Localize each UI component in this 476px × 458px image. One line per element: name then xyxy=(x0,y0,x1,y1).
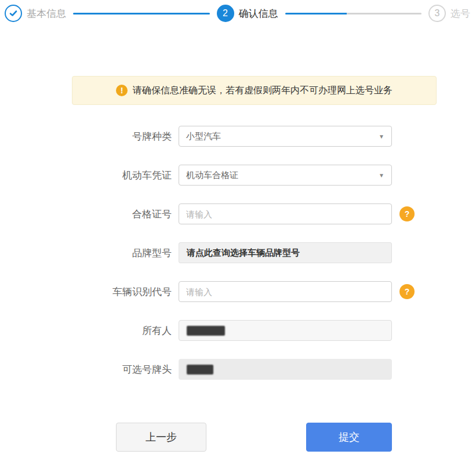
stepper-connector-2 xyxy=(285,13,422,14)
owner-readonly-field xyxy=(179,320,392,341)
form-row-brand-model: 品牌型号 请点此查询选择车辆品牌型号 xyxy=(0,242,476,263)
plate-prefix-readonly-field xyxy=(179,359,392,380)
plate-type-value: 小型汽车 xyxy=(186,131,221,142)
brand-model-label: 品牌型号 xyxy=(0,246,172,260)
form-row-owner: 所有人 xyxy=(0,320,476,341)
stepper-connector-1 xyxy=(73,13,210,14)
form-row-vin: 车辆识别代号 ? xyxy=(0,281,476,302)
step-confirm-info: 2 确认信息 xyxy=(217,5,278,22)
plate-type-label: 号牌种类 xyxy=(0,130,172,143)
step-basic-info: 基本信息 xyxy=(5,5,66,22)
certificate-type-value: 机动车合格证 xyxy=(186,170,238,181)
submit-button[interactable]: 提交 xyxy=(306,423,392,452)
warning-text: 请确保信息准确无误，若有虚假则两年内不可办理网上选号业务 xyxy=(133,85,393,97)
vehicle-info-form: 号牌种类 小型汽车 ▼ 机动车凭证 机动车合格证 ▼ 合格证号 ? 品牌型号 请… xyxy=(0,126,476,398)
warning-banner: ! 请确保信息准确无误，若有虚假则两年内不可办理网上选号业务 xyxy=(72,76,437,105)
brand-model-picker-text: 请点此查询选择车辆品牌型号 xyxy=(187,248,300,259)
form-row-certificate-number: 合格证号 ? xyxy=(0,203,476,224)
step-pick-number-label: 选号 xyxy=(450,7,470,20)
step-pick-number: 3 选号 xyxy=(428,5,470,22)
wizard-stepper: 基本信息 2 确认信息 3 选号 xyxy=(5,5,470,22)
exclamation-icon: ! xyxy=(116,85,128,96)
help-icon[interactable]: ? xyxy=(399,206,415,221)
certificate-type-label: 机动车凭证 xyxy=(0,169,172,182)
certificate-number-input[interactable] xyxy=(179,203,392,224)
redacted-value xyxy=(187,326,225,336)
certificate-type-select[interactable]: 机动车合格证 ▼ xyxy=(179,165,392,186)
help-icon[interactable]: ? xyxy=(399,284,415,299)
form-row-plate-type: 号牌种类 小型汽车 ▼ xyxy=(0,126,476,147)
form-row-certificate-type: 机动车凭证 机动车合格证 ▼ xyxy=(0,165,476,186)
redacted-value xyxy=(187,365,213,375)
chevron-down-icon: ▼ xyxy=(379,172,384,179)
step-2-circle: 2 xyxy=(217,5,234,22)
form-row-plate-prefix: 可选号牌头 xyxy=(0,359,476,380)
owner-label: 所有人 xyxy=(0,324,172,337)
brand-model-picker[interactable]: 请点此查询选择车辆品牌型号 xyxy=(179,242,392,263)
chevron-down-icon: ▼ xyxy=(379,133,384,140)
plate-type-select[interactable]: 小型汽车 ▼ xyxy=(179,126,392,147)
step-confirm-info-label: 确认信息 xyxy=(239,7,278,20)
plate-prefix-label: 可选号牌头 xyxy=(0,363,172,376)
step-basic-info-label: 基本信息 xyxy=(27,7,66,20)
step-3-circle: 3 xyxy=(428,5,446,22)
certificate-number-label: 合格证号 xyxy=(0,208,172,221)
vin-input[interactable] xyxy=(179,281,392,302)
previous-step-button[interactable]: 上一步 xyxy=(116,423,206,452)
check-circle-icon xyxy=(5,5,22,22)
vin-label: 车辆识别代号 xyxy=(0,285,172,299)
form-actions: 上一步 提交 xyxy=(116,423,392,452)
